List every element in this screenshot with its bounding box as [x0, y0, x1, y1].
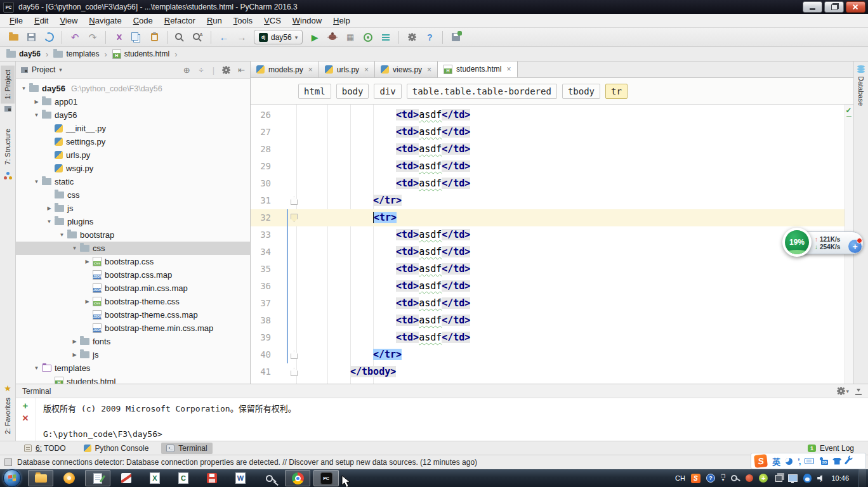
sidebar-tab-structure[interactable]: 7: Structure [1, 124, 15, 169]
code-text[interactable]: <td>asdf</td> [305, 278, 845, 295]
breadcrumb-item[interactable]: day56 [6, 49, 41, 58]
red-status-tray-icon[interactable] [746, 474, 753, 482]
find-button[interactable] [172, 30, 188, 45]
tree-item-bootstrap-theme-css-map[interactable]: bootstrap-theme.css.map [16, 308, 250, 321]
tree-expand-arrow[interactable]: ▶ [70, 352, 79, 358]
network-tray-icon[interactable] [788, 474, 798, 482]
code-line[interactable]: 32<tr> [251, 209, 845, 226]
undo-button[interactable]: ↶ [67, 30, 83, 45]
run-configuration-select[interactable]: dj day56 ▾ [254, 30, 303, 44]
tree-item-day56[interactable]: ▼day56 [16, 108, 250, 122]
code-text[interactable]: <td>asdf</td> [305, 295, 845, 312]
code-area[interactable]: 26<td>asdf</td>27<td>asdf</td>28<td>asdf… [251, 105, 845, 384]
menu-file[interactable]: File [4, 15, 29, 27]
menu-refactor[interactable]: Refactor [159, 15, 201, 27]
hide-panel-button[interactable]: ⇤ [238, 65, 245, 75]
replace-button[interactable] [190, 30, 206, 45]
settings-button[interactable] [404, 30, 420, 45]
safety-plus-tray-icon[interactable]: + [759, 474, 768, 483]
code-line[interactable]: 37<td>asdf</td> [251, 295, 845, 312]
inspection-status-icon[interactable]: ✓~~ [845, 107, 853, 120]
c-editor-taskbar-button[interactable]: C [171, 470, 196, 486]
tree-expand-arrow[interactable]: ▶ [70, 339, 79, 344]
code-line[interactable]: 26<td>asdf</td> [251, 107, 845, 124]
wrench-icon[interactable] [845, 458, 850, 464]
code-text[interactable]: </tr> [305, 346, 845, 363]
menu-run[interactable]: Run [201, 15, 228, 27]
ime-language-mode[interactable]: 英 [772, 455, 780, 467]
panel-settings-gear-icon[interactable] [223, 67, 229, 73]
paste-button[interactable] [146, 30, 162, 45]
breadcrumb-item[interactable]: students.html [112, 49, 169, 59]
terminal-settings-gear-icon[interactable] [838, 388, 844, 394]
menu-vcs[interactable]: VCS [258, 15, 287, 27]
taskbar-clock[interactable]: 10:46 [831, 474, 849, 482]
menu-code[interactable]: Code [128, 15, 159, 27]
code-text[interactable]: <td>asdf</td> [305, 141, 845, 158]
code-line[interactable]: 30<td>asdf</td> [251, 175, 845, 192]
back-button[interactable]: ← [216, 30, 232, 45]
debug-button[interactable] [324, 30, 341, 45]
code-text[interactable]: <td>asdf</td> [305, 226, 845, 244]
collapse-all-button[interactable]: ÷ [199, 65, 204, 75]
tree-expand-arrow[interactable]: ▶ [83, 299, 91, 304]
tree-expand-arrow[interactable]: ▼ [70, 245, 79, 251]
explorer-taskbar-button[interactable] [28, 470, 53, 486]
tab-close-icon[interactable]: × [364, 65, 369, 74]
tree-item--init-py[interactable]: __init__.py [16, 122, 250, 135]
fold-marker-icon[interactable] [291, 197, 298, 205]
tree-item-bootstrap[interactable]: ▼bootstrap [16, 228, 250, 242]
tree-item-day56[interactable]: ▼day56G:\python_code\F3\day56 [16, 82, 250, 95]
code-text[interactable]: </tr> [305, 192, 845, 209]
close-session-button[interactable]: ✕ [22, 415, 29, 422]
windows-stack-tray-icon[interactable] [775, 475, 782, 482]
editor-tab-students-html[interactable]: students.html× [438, 62, 517, 77]
show-hidden-icons-button[interactable]: ❐▾ [721, 475, 725, 481]
avatar-3d-icon[interactable] [819, 457, 827, 465]
tree-item-static[interactable]: ▼static [16, 175, 250, 188]
code-line[interactable]: 40</tr> [251, 346, 845, 363]
excel-taskbar-button[interactable]: X [142, 470, 168, 486]
keys-taskbar-button[interactable] [256, 470, 282, 486]
word-taskbar-button[interactable]: W [228, 470, 253, 486]
tree-expand-arrow[interactable]: ▼ [32, 112, 41, 118]
code-text[interactable]: <td>asdf</td> [305, 329, 845, 346]
moon-icon[interactable] [786, 458, 792, 465]
editor-tab-views-py[interactable]: views.py× [375, 62, 438, 77]
tab-close-icon[interactable]: × [308, 65, 313, 74]
restore-layout-button[interactable] [378, 30, 394, 45]
fold-marker-icon[interactable] [291, 214, 298, 222]
profiler-button[interactable] [360, 30, 376, 45]
menu-view[interactable]: View [54, 15, 83, 27]
tree-item-css[interactable]: css [16, 188, 250, 202]
tree-item-bootstrap-theme-min-css-map[interactable]: bootstrap-theme.min.css.map [16, 321, 250, 335]
tree-item-settings-py[interactable]: settings.py [16, 135, 250, 148]
code-line[interactable]: 33<td>asdf</td> [251, 226, 845, 244]
fold-marker-icon[interactable] [291, 351, 298, 359]
punctuation-icon[interactable]: ’, [798, 457, 799, 466]
menu-tools[interactable]: Tools [228, 15, 258, 27]
code-text[interactable]: <td>asdf</td> [305, 312, 845, 329]
tag-crumb-tr[interactable]: tr [605, 84, 628, 99]
open-button[interactable] [5, 30, 22, 45]
tool-button-6-todo[interactable]: 6: TODO [19, 443, 71, 454]
menu-window[interactable]: Window [287, 15, 327, 27]
help-tray-icon[interactable]: ? [706, 474, 715, 483]
code-text[interactable]: <td>asdf</td> [305, 158, 845, 175]
tree-expand-arrow[interactable]: ▼ [20, 86, 28, 91]
tree-item-wsgi-py[interactable]: wsgi.py [16, 162, 250, 175]
start-button[interactable] [3, 469, 21, 487]
tag-crumb-body[interactable]: body [336, 84, 369, 99]
status-message[interactable]: Database connections detector: Database … [17, 458, 477, 467]
code-line[interactable]: 41</tbody> [251, 363, 845, 380]
keyboard-icon[interactable] [805, 458, 814, 464]
code-text[interactable]: <tr> [305, 209, 845, 226]
code-line[interactable]: 36<td>asdf</td> [251, 278, 845, 295]
tree-expand-arrow[interactable]: ▶ [45, 205, 53, 211]
pycharm-taskbar-button[interactable]: PC [313, 470, 339, 486]
speed-ball-widget[interactable]: ↑121K/s ↓254K/s + 19% [782, 228, 865, 258]
run-button[interactable]: ▶ [306, 30, 323, 45]
code-line[interactable]: 39<td>asdf</td> [251, 329, 845, 346]
show-desktop-button[interactable] [858, 469, 866, 487]
hide-terminal-icon[interactable] [855, 389, 862, 394]
